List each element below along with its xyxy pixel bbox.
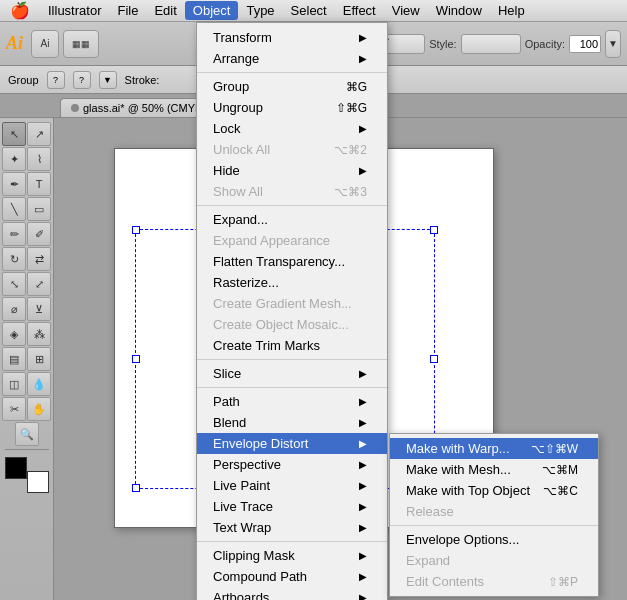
stroke-label: Stroke: bbox=[125, 74, 160, 86]
tool-warp[interactable]: ⌀ bbox=[2, 297, 26, 321]
tool-mesh[interactable]: ⊞ bbox=[27, 347, 51, 371]
menu-make-warp[interactable]: Make with Warp...⌥⇧⌘W bbox=[390, 438, 598, 459]
menu-expand[interactable]: Expand... bbox=[197, 209, 387, 230]
sep-4 bbox=[197, 387, 387, 388]
toolbar-btn-2[interactable]: ▦▦ bbox=[63, 30, 99, 58]
tool-lasso[interactable]: ⌇ bbox=[27, 147, 51, 171]
tool-gradient[interactable]: ◫ bbox=[2, 372, 26, 396]
menu-hide[interactable]: Hide▶ bbox=[197, 160, 387, 181]
object-menu: Transform▶ Arrange▶ Group⌘G Ungroup⇧⌘G L… bbox=[196, 22, 388, 600]
menu-envelope-distort[interactable]: Envelope Distort▶ bbox=[197, 433, 387, 454]
handle-ml[interactable] bbox=[132, 355, 140, 363]
menu-slice[interactable]: Slice▶ bbox=[197, 363, 387, 384]
menu-perspective[interactable]: Perspective▶ bbox=[197, 454, 387, 475]
tool-symbol[interactable]: ⁂ bbox=[27, 322, 51, 346]
handle-mr[interactable] bbox=[430, 355, 438, 363]
apple-menu[interactable]: 🍎 bbox=[0, 0, 40, 22]
sep-2 bbox=[197, 205, 387, 206]
menubar-edit[interactable]: Edit bbox=[146, 1, 184, 20]
tool-rotate[interactable]: ↻ bbox=[2, 247, 26, 271]
sep-1 bbox=[197, 72, 387, 73]
env-sep-1 bbox=[390, 525, 598, 526]
menu-text-wrap[interactable]: Text Wrap▶ bbox=[197, 517, 387, 538]
menu-envelope-distort-wrapper: Envelope Distort▶ Make with Warp...⌥⇧⌘W … bbox=[197, 433, 387, 454]
menu-show-all: Show All⌥⌘3 bbox=[197, 181, 387, 202]
tool-select[interactable]: ↖ bbox=[2, 122, 26, 146]
menu-group[interactable]: Group⌘G bbox=[197, 76, 387, 97]
menu-clipping-mask[interactable]: Clipping Mask▶ bbox=[197, 545, 387, 566]
menubar: 🍎 Illustrator File Edit Object Type Sele… bbox=[0, 0, 627, 22]
tool-pen[interactable]: ✒ bbox=[2, 172, 26, 196]
tool-direct-select[interactable]: ↗ bbox=[27, 122, 51, 146]
options-q-btn2[interactable]: ? bbox=[73, 71, 91, 89]
menu-release: Release bbox=[390, 501, 598, 522]
menu-make-mesh[interactable]: Make with Mesh...⌥⌘M bbox=[390, 459, 598, 480]
menu-make-top-object[interactable]: Make with Top Object⌥⌘C bbox=[390, 480, 598, 501]
menu-create-gradient-mesh: Create Gradient Mesh... bbox=[197, 293, 387, 314]
menu-unlock-all: Unlock All⌥⌘2 bbox=[197, 139, 387, 160]
tool-magic-wand[interactable]: ✦ bbox=[2, 147, 26, 171]
tool-column-graph[interactable]: ▤ bbox=[2, 347, 26, 371]
menu-expand-appearance: Expand Appearance bbox=[197, 230, 387, 251]
foreground-color-swatch[interactable] bbox=[5, 457, 27, 479]
tool-hand[interactable]: ✋ bbox=[27, 397, 51, 421]
menu-path[interactable]: Path▶ bbox=[197, 391, 387, 412]
tool-eyedropper[interactable]: 💧 bbox=[27, 372, 51, 396]
menu-rasterize[interactable]: Rasterize... bbox=[197, 272, 387, 293]
group-label: Group bbox=[8, 74, 39, 86]
menu-ungroup[interactable]: Ungroup⇧⌘G bbox=[197, 97, 387, 118]
tool-width[interactable]: ⊻ bbox=[27, 297, 51, 321]
menu-expand-env: Expand bbox=[390, 550, 598, 571]
menubar-help[interactable]: Help bbox=[490, 1, 533, 20]
menubar-window[interactable]: Window bbox=[428, 1, 490, 20]
menu-compound-path[interactable]: Compound Path▶ bbox=[197, 566, 387, 587]
menu-create-object-mosaic: Create Object Mosaic... bbox=[197, 314, 387, 335]
tool-scale[interactable]: ⤡ bbox=[2, 272, 26, 296]
tool-zoom[interactable]: 🔍 bbox=[15, 422, 39, 446]
sep-3 bbox=[197, 359, 387, 360]
tool-scissors[interactable]: ✂ bbox=[2, 397, 26, 421]
toolbox: ↖ ↗ ✦ ⌇ ✒ T ╲ ▭ ✏ ✐ ↻ ⇄ ⤡ ⤢ ⌀ ⊻ bbox=[0, 118, 54, 600]
sep-5 bbox=[197, 541, 387, 542]
menu-envelope-options[interactable]: Envelope Options... bbox=[390, 529, 598, 550]
menu-flatten-transparency[interactable]: Flatten Transparency... bbox=[197, 251, 387, 272]
style-value[interactable] bbox=[461, 34, 521, 54]
menubar-file[interactable]: File bbox=[109, 1, 146, 20]
menu-blend[interactable]: Blend▶ bbox=[197, 412, 387, 433]
opacity-input[interactable] bbox=[569, 35, 601, 53]
handle-tr[interactable] bbox=[430, 226, 438, 234]
tool-line[interactable]: ╲ bbox=[2, 197, 26, 221]
menu-transform[interactable]: Transform▶ bbox=[197, 27, 387, 48]
menu-create-trim-marks[interactable]: Create Trim Marks bbox=[197, 335, 387, 356]
color-swatches[interactable] bbox=[5, 457, 49, 493]
toolbar-btn-1[interactable]: Ai bbox=[31, 30, 59, 58]
handle-tl[interactable] bbox=[132, 226, 140, 234]
menubar-object[interactable]: Object bbox=[185, 1, 239, 20]
menubar-illustrator[interactable]: Illustrator bbox=[40, 1, 109, 20]
tool-shear[interactable]: ⤢ bbox=[27, 272, 51, 296]
menubar-select[interactable]: Select bbox=[283, 1, 335, 20]
tool-rect[interactable]: ▭ bbox=[27, 197, 51, 221]
handle-bl[interactable] bbox=[132, 484, 140, 492]
tool-brush[interactable]: ✏ bbox=[2, 222, 26, 246]
style-label: Style: bbox=[429, 38, 457, 50]
app-logo: Ai bbox=[6, 33, 23, 54]
background-color-swatch[interactable] bbox=[27, 471, 49, 493]
menu-live-paint[interactable]: Live Paint▶ bbox=[197, 475, 387, 496]
menu-artboards[interactable]: Artboards▶ bbox=[197, 587, 387, 600]
menu-arrange[interactable]: Arrange▶ bbox=[197, 48, 387, 69]
menu-lock[interactable]: Lock▶ bbox=[197, 118, 387, 139]
menubar-view[interactable]: View bbox=[384, 1, 428, 20]
options-q-btn[interactable]: ? bbox=[47, 71, 65, 89]
menubar-type[interactable]: Type bbox=[238, 1, 282, 20]
tool-blend[interactable]: ◈ bbox=[2, 322, 26, 346]
tool-type[interactable]: T bbox=[27, 172, 51, 196]
tab-indicator bbox=[71, 104, 79, 112]
menu-edit-contents: Edit Contents⇧⌘P bbox=[390, 571, 598, 592]
menu-live-trace[interactable]: Live Trace▶ bbox=[197, 496, 387, 517]
tool-reflect[interactable]: ⇄ bbox=[27, 247, 51, 271]
menubar-effect[interactable]: Effect bbox=[335, 1, 384, 20]
opacity-arrow[interactable]: ▼ bbox=[605, 30, 621, 58]
tool-pencil[interactable]: ✐ bbox=[27, 222, 51, 246]
options-arrow-btn[interactable]: ▼ bbox=[99, 71, 117, 89]
